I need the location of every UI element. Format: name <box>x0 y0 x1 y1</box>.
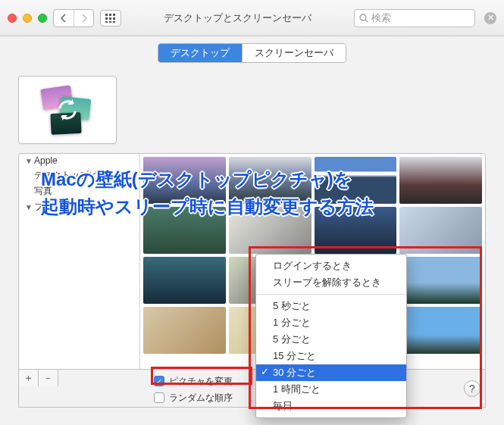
annotation-highlight-menu <box>249 246 482 409</box>
wallpaper-thumb[interactable] <box>399 157 482 204</box>
close-button[interactable] <box>8 14 17 23</box>
traffic-lights <box>8 14 47 23</box>
search-field[interactable]: 検索 <box>354 9 475 27</box>
clear-search-button[interactable]: ✕ <box>484 12 496 24</box>
svg-line-10 <box>365 20 368 22</box>
search-placeholder: 検索 <box>371 11 391 25</box>
svg-rect-3 <box>105 17 108 20</box>
svg-rect-6 <box>105 21 108 23</box>
preferences-window: デスクトップとスクリーンセーバ 検索 ✕ デスクトップ スクリーンセーバ ▼Ap… <box>0 0 504 425</box>
wallpaper-thumb[interactable] <box>143 257 226 304</box>
disclosure-triangle-icon[interactable]: ▼ <box>25 203 33 211</box>
disclosure-triangle-icon[interactable]: ▼ <box>25 157 33 165</box>
wallpaper-thumb[interactable] <box>143 307 226 354</box>
random-order-checkbox[interactable] <box>154 392 164 403</box>
forward-button[interactable] <box>74 10 93 27</box>
add-folder-button[interactable]: ＋ <box>19 370 39 386</box>
svg-rect-0 <box>105 14 108 16</box>
show-all-button[interactable] <box>100 10 121 27</box>
zoom-button[interactable] <box>38 14 47 23</box>
cycle-pictures-icon <box>37 87 98 133</box>
svg-rect-2 <box>113 14 115 16</box>
minimize-button[interactable] <box>23 14 32 23</box>
sidebar-group-apple[interactable]: ▼Apple <box>19 154 139 167</box>
random-order-label: ランダムな順序 <box>169 392 233 405</box>
tab-bar: デスクトップ スクリーンセーバ <box>0 36 504 70</box>
tab-screensaver[interactable]: スクリーンセーバ <box>242 44 346 62</box>
tab-desktop[interactable]: デスクトップ <box>158 44 242 62</box>
tab-segment: デスクトップ スクリーンセーバ <box>158 43 346 63</box>
title-bar: デスクトップとスクリーンセーバ 検索 ✕ <box>0 0 504 36</box>
window-title: デスクトップとスクリーンセーバ <box>127 11 348 25</box>
svg-rect-7 <box>109 21 111 23</box>
svg-rect-5 <box>113 17 115 20</box>
annotation-text-line-1: Macの壁紙(デスクトップピクチャ)を <box>41 167 352 192</box>
svg-rect-1 <box>109 14 111 16</box>
nav-back-forward <box>53 9 94 27</box>
svg-rect-4 <box>109 17 111 20</box>
svg-point-9 <box>360 14 366 20</box>
back-button[interactable] <box>54 10 74 27</box>
remove-folder-button[interactable]: － <box>39 370 58 386</box>
svg-rect-8 <box>113 21 115 23</box>
annotation-text-line-2: 起動時やスリープ時に自動変更する方法 <box>41 195 374 219</box>
add-remove-segment: ＋ － <box>19 370 58 386</box>
search-icon <box>359 14 368 23</box>
current-wallpaper-preview <box>18 76 117 144</box>
annotation-highlight-checkbox <box>151 367 252 385</box>
